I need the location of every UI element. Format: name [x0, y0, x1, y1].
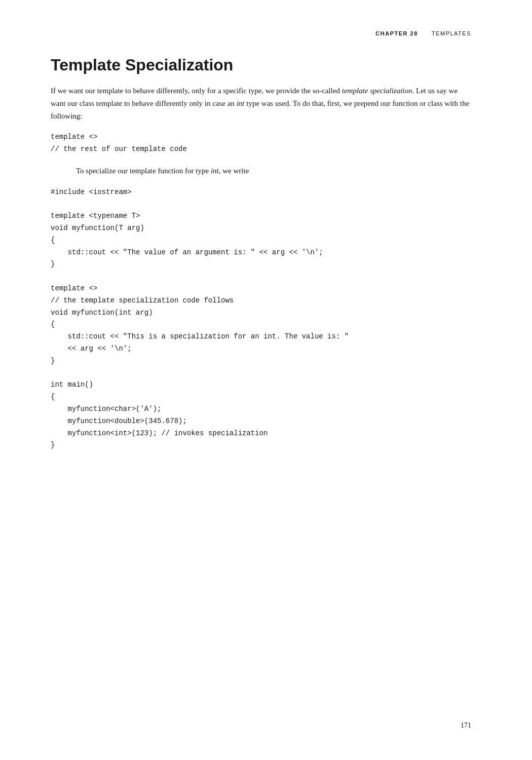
chapter-label: CHAPTER 28 [375, 30, 417, 36]
specialize-italic: int [211, 167, 219, 175]
code-block-1: template <> // the rest of our template … [51, 131, 471, 156]
intro-italic-2: int [237, 99, 245, 107]
section-title: Template Specialization [51, 56, 471, 74]
page-number: 171 [461, 721, 471, 730]
intro-paragraph: If we want our template to behave differ… [51, 85, 471, 122]
chapter-section: TEMPLATES [432, 30, 471, 36]
intro-text-1: If we want our template to behave differ… [51, 87, 342, 95]
code-block-2: #include <iostream> template <typename T… [51, 186, 471, 452]
specialize-text: To specialize our template function for … [76, 165, 471, 177]
page-header: CHAPTER 28 TEMPLATES [375, 30, 471, 36]
specialize-suffix: , we write [219, 167, 249, 175]
page: CHAPTER 28 TEMPLATES Template Specializa… [0, 0, 532, 760]
intro-italic-1: template specialization [342, 87, 412, 95]
specialize-prefix: To specialize our template function for … [76, 167, 211, 175]
